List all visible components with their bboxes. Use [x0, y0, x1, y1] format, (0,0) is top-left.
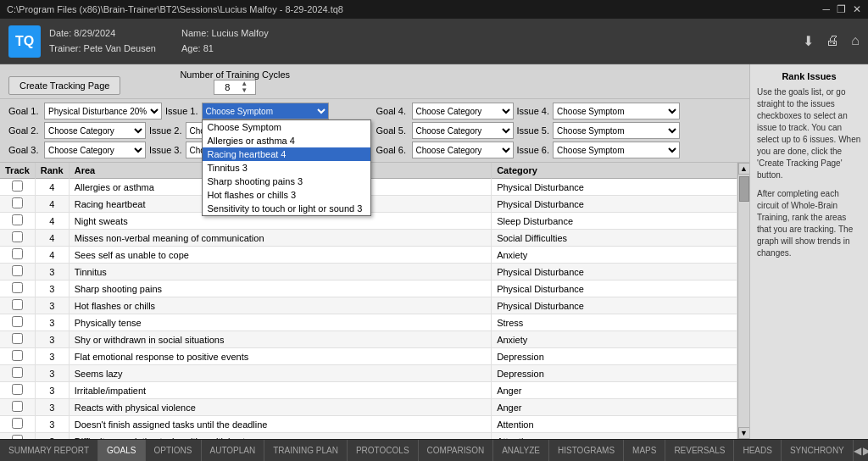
track-checkbox[interactable]	[12, 367, 23, 378]
tab-comparison[interactable]: COMPARISON	[419, 440, 494, 461]
track-cell[interactable]	[0, 247, 35, 264]
tab-histograms[interactable]: HISTOGRAMS	[549, 440, 624, 461]
goal-row-4: Goal 4. Choose Category Issue 4. Choose …	[376, 103, 742, 119]
scroll-down[interactable]: ▼	[738, 427, 750, 439]
tab-heads[interactable]: HEADS	[734, 440, 781, 461]
goal6-select[interactable]: Choose Category	[412, 142, 514, 158]
track-checkbox[interactable]	[12, 231, 23, 242]
tab-training-plan[interactable]: TRAINING PLAN	[264, 440, 348, 461]
track-cell[interactable]	[0, 280, 35, 297]
tab-protocols[interactable]: PROTOCOLS	[348, 440, 419, 461]
cycles-spinner[interactable]: 8 ▲ ▼	[214, 80, 256, 95]
track-cell[interactable]	[0, 196, 35, 213]
minimize-btn[interactable]: ─	[822, 3, 830, 15]
goal5-select[interactable]: Choose Category	[412, 122, 514, 139]
track-checkbox[interactable]	[12, 435, 23, 439]
spinner-arrows[interactable]: ▲ ▼	[240, 81, 248, 94]
track-cell[interactable]	[0, 297, 35, 314]
goal3-select[interactable]: Choose Category	[44, 142, 146, 158]
issue4-select[interactable]: Choose Symptom	[553, 103, 680, 119]
issue1-dropdown-container[interactable]: Choose Symptom Choose Symptom Allergies …	[202, 103, 329, 119]
dd-item-0[interactable]: Choose Symptom	[203, 120, 370, 134]
track-cell[interactable]	[0, 382, 35, 399]
track-cell[interactable]	[0, 416, 35, 433]
goal1-select[interactable]: Physical Disturbance 20%	[44, 103, 162, 119]
table-row: 3 Reacts with physical violence Anger	[0, 399, 737, 416]
tab-analyze[interactable]: ANALYZE	[493, 440, 549, 461]
maximize-btn[interactable]: ❐	[837, 3, 846, 15]
goals-left: Goal 1. Physical Disturbance 20% Issue 1…	[8, 103, 374, 158]
track-checkbox[interactable]	[12, 333, 23, 344]
rank-cell: 3	[35, 348, 69, 365]
issue6-select[interactable]: Choose Symptom	[553, 142, 680, 158]
cycles-input[interactable]: 8	[214, 82, 240, 92]
issue1-dropdown-open[interactable]: Choose Symptom Allergies or asthma 4 Rac…	[202, 119, 371, 216]
scrollbar[interactable]: ▲ ▼	[737, 163, 749, 439]
spinner-down[interactable]: ▼	[240, 87, 248, 94]
tab-arrow-right[interactable]: ▶	[863, 445, 868, 457]
dd-item-5[interactable]: Hot flashes or chills 3	[203, 188, 370, 202]
title-path-text: C:\Program Files (x86)\Brain-Trainer\BT2…	[7, 4, 343, 14]
goal2-select[interactable]: Choose Category	[44, 122, 146, 139]
tab-summary-report[interactable]: SUMMARY REPORT	[0, 440, 98, 461]
tab-autoplan[interactable]: AUTOPLAN	[202, 440, 265, 461]
track-checkbox[interactable]	[12, 197, 23, 208]
track-cell[interactable]	[0, 314, 35, 331]
track-cell[interactable]	[0, 433, 35, 440]
track-checkbox[interactable]	[12, 248, 23, 259]
track-checkbox[interactable]	[12, 282, 23, 293]
track-checkbox[interactable]	[12, 214, 23, 225]
scroll-thumb[interactable]	[739, 176, 749, 202]
tab-goals[interactable]: GOALS	[98, 440, 145, 461]
track-checkbox[interactable]	[12, 181, 23, 192]
track-cell[interactable]	[0, 230, 35, 247]
category-cell: Physical Disturbance	[492, 280, 737, 297]
dd-item-2[interactable]: Racing heartbeat 4	[203, 147, 370, 161]
close-btn[interactable]: ✕	[853, 3, 861, 15]
area-cell: Doesn't finish assigned tasks until the …	[69, 416, 491, 433]
track-cell[interactable]	[0, 331, 35, 348]
issue3-label: Issue 3.	[149, 145, 182, 155]
dd-item-3[interactable]: Tinnitus 3	[203, 161, 370, 175]
issue5-select[interactable]: Choose Symptom	[553, 122, 680, 139]
track-cell[interactable]	[0, 399, 35, 416]
tab-options[interactable]: OPTIONS	[146, 440, 202, 461]
track-cell[interactable]	[0, 179, 35, 196]
dd-item-6[interactable]: Sensitivity to touch or light or sound 3	[203, 202, 370, 215]
area-cell: Physically tense	[69, 314, 491, 331]
category-cell: Anger	[492, 399, 737, 416]
track-cell[interactable]	[0, 365, 35, 382]
dd-item-1[interactable]: Allergies or asthma 4	[203, 134, 370, 147]
track-checkbox[interactable]	[12, 350, 23, 361]
track-cell[interactable]	[0, 348, 35, 365]
scroll-up[interactable]: ▲	[738, 163, 750, 175]
top-controls: Create Tracking Page Number of Training …	[0, 64, 749, 99]
issue1-select[interactable]: Choose Symptom	[202, 103, 329, 119]
track-cell[interactable]	[0, 213, 35, 230]
patient-info: Name: Lucius Malfoy Age: 81	[181, 26, 269, 56]
track-checkbox[interactable]	[12, 316, 23, 327]
dd-item-4[interactable]: Sharp shooting pains 3	[203, 175, 370, 188]
track-checkbox[interactable]	[12, 401, 23, 412]
print-icon[interactable]: 🖨	[826, 33, 839, 49]
goal4-select[interactable]: Choose Category	[412, 103, 514, 119]
home-icon[interactable]: ⌂	[851, 33, 860, 49]
tab-maps[interactable]: MAPS	[624, 440, 665, 461]
table-row: 3 Difficulty completing tasks with multi…	[0, 433, 737, 440]
tab-synchrony[interactable]: SYNCHRONY	[782, 440, 854, 461]
download-icon[interactable]: ⬇	[803, 33, 814, 49]
tab-arrows[interactable]: ◀ ▶	[854, 445, 868, 457]
category-cell: Anxiety	[492, 331, 737, 348]
track-cell[interactable]	[0, 264, 35, 280]
create-tracking-btn[interactable]: Create Tracking Page	[8, 76, 120, 95]
track-checkbox[interactable]	[12, 299, 23, 310]
track-checkbox[interactable]	[12, 265, 23, 276]
goals-area: Goal 1. Physical Disturbance 20% Issue 1…	[0, 99, 749, 163]
window-controls[interactable]: ─ ❐ ✕	[822, 3, 861, 15]
tab-reversals[interactable]: REVERSALS	[665, 440, 734, 461]
track-checkbox[interactable]	[12, 384, 23, 395]
rank-cell: 3	[35, 314, 69, 331]
table-row: 3 Irritable/impatient Anger	[0, 382, 737, 399]
tab-arrow-left[interactable]: ◀	[854, 445, 861, 457]
track-checkbox[interactable]	[12, 418, 23, 429]
